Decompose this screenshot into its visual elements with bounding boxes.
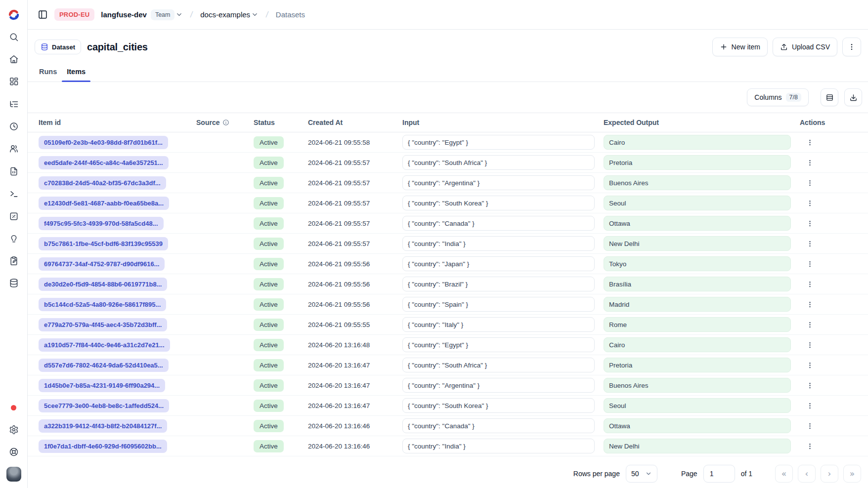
input-value[interactable]: { "country": "South Africa" } [402,358,595,372]
expected-output-value[interactable]: Seoul [604,398,791,413]
input-value[interactable]: { "country": "Brazil" } [402,277,595,291]
export-download-button[interactable] [844,88,862,106]
new-item-button[interactable]: New item [712,38,768,56]
item-id-link[interactable]: 5cee7779-3e00-4eb8-be8c-1affedd524... [39,399,169,412]
row-actions-button[interactable] [803,237,817,250]
row-actions-button[interactable] [803,399,817,412]
row-actions-button[interactable] [803,135,817,149]
langfuse-logo[interactable] [0,0,27,30]
item-id-link[interactable]: 69764737-34af-4752-9787-d90df9616... [39,257,165,271]
row-actions-button[interactable] [803,156,817,169]
columns-button[interactable]: Columns 7/8 [747,88,809,106]
row-actions-button[interactable] [803,439,817,453]
expected-output-value[interactable]: Cairo [604,337,791,352]
item-id-link[interactable]: 05109ef0-2e3b-4e03-98dd-8f7d01b61f... [39,136,168,149]
lightbulb-icon[interactable] [6,231,21,246]
row-height-button[interactable] [821,88,838,106]
expected-output-value[interactable]: Pretoria [604,155,791,170]
expected-output-value[interactable]: Brasília [604,277,791,291]
org-breadcrumb[interactable]: langfuse-dev Team [101,9,183,20]
expected-output-value[interactable]: Buenos Aires [604,378,791,393]
tab-runs[interactable]: Runs [34,68,62,81]
last-page-button[interactable]: » [843,465,861,483]
item-id-link[interactable]: a322b319-9412-4f43-b8f2-b20484127f... [39,419,167,433]
page-more-actions-button[interactable] [842,38,861,56]
input-value[interactable]: { "country": "Canada" } [402,418,595,433]
input-value[interactable]: { "country": "South Korea" } [402,196,595,210]
expected-output-value[interactable]: Pretoria [604,358,791,372]
row-actions-button[interactable] [803,378,817,392]
sidebar-toggle-icon[interactable] [38,9,48,20]
item-id-link[interactable]: de30d2e0-f5d9-4854-88b6-0619771b8... [39,278,167,291]
item-id-link[interactable]: c702838d-24d5-40a2-bf35-67dc3a3df... [39,176,166,190]
expected-output-value[interactable]: Cairo [604,135,791,150]
item-id-link[interactable]: a1910d57-7f84-440c-9e46-a31c2d7e21... [39,338,170,352]
item-id-link[interactable]: 1d45b0e7-b85a-4231-9149-6ff90a294... [39,379,165,392]
expected-output-value[interactable]: Rome [604,317,791,332]
input-value[interactable]: { "country": "Canada" } [402,216,595,231]
settings-gear-icon[interactable] [6,422,21,437]
expected-output-value[interactable]: Buenos Aires [604,175,791,190]
input-value[interactable]: { "country": "Egypt" } [402,337,595,352]
input-value[interactable]: { "country": "South Africa" } [402,155,595,170]
upload-csv-button[interactable]: Upload CSV [773,38,837,56]
tab-items[interactable]: Items [62,68,90,81]
expected-output-value[interactable]: Seoul [604,196,791,210]
next-page-button[interactable]: › [821,465,838,483]
tracing-icon[interactable] [6,97,21,112]
column-header-item-id[interactable]: Item id [35,119,192,126]
expected-output-value[interactable]: Ottawa [604,216,791,231]
users-icon[interactable] [6,141,21,156]
row-actions-button[interactable] [803,358,817,372]
previous-page-button[interactable]: ‹ [798,465,816,483]
row-actions-button[interactable] [803,297,817,311]
sessions-clock-icon[interactable] [6,119,21,134]
expected-output-value[interactable]: Madrid [604,297,791,312]
expected-output-value[interactable]: Ottawa [604,418,791,433]
input-value[interactable]: { "country": "Japan" } [402,256,595,271]
item-id-link[interactable]: eed5dafe-244f-465c-a84c-4a6e357251... [39,156,169,169]
input-value[interactable]: { "country": "Argentina" } [402,175,595,190]
expected-output-value[interactable]: Tokyo [604,256,791,271]
column-header-input[interactable]: Input [398,119,600,126]
row-actions-button[interactable] [803,419,817,433]
expected-output-value[interactable]: New Delhi [604,236,791,251]
item-id-link[interactable]: f4975c95-5fc3-4939-970d-58fa5cd48... [39,217,164,230]
user-avatar[interactable] [6,467,21,482]
row-actions-button[interactable] [803,196,817,210]
input-value[interactable]: { "country": "Argentina" } [402,378,595,393]
search-icon[interactable] [6,30,21,44]
column-header-created-at[interactable]: Created At [304,119,398,126]
annotation-clipboard-icon[interactable] [6,253,21,268]
rows-per-page-select[interactable]: 50 [626,465,657,483]
project-breadcrumb[interactable]: docs-examples [200,10,259,19]
item-id-link[interactable]: e779a270-579a-4f45-aec4-35b72d3bff... [39,318,167,331]
input-value[interactable]: { "country": "Spain" } [402,297,595,312]
dashboard-icon[interactable] [6,74,21,89]
chevron-down-icon[interactable] [175,11,183,18]
item-id-link[interactable]: b75c7861-1fbe-45cf-bdf6-83f139c95539 [39,237,168,250]
input-value[interactable]: { "country": "India" } [402,236,595,251]
support-lifebuoy-icon[interactable] [6,445,21,459]
prompts-file-icon[interactable] [6,164,21,179]
row-actions-button[interactable] [803,318,817,331]
column-header-expected-output[interactable]: Expected Output [600,119,796,126]
row-actions-button[interactable] [803,257,817,271]
item-id-link[interactable]: d557e7d6-7802-4624-9da6-52d410ea5... [39,359,169,372]
item-id-link[interactable]: e12430df-5e81-4687-aabb-f0ea65be8a... [39,197,169,210]
input-value[interactable]: { "country": "Italy" } [402,317,595,332]
first-page-button[interactable]: « [775,465,793,483]
column-header-status[interactable]: Status [250,119,304,126]
home-icon[interactable] [6,52,21,67]
chevron-down-icon[interactable] [251,11,259,18]
row-actions-button[interactable] [803,338,817,352]
page-number-input[interactable] [703,465,735,483]
item-id-link[interactable]: b5c144cd-52a5-4a80-926e-58617f895... [39,298,166,311]
input-value[interactable]: { "country": "Egypt" } [402,135,595,150]
input-value[interactable]: { "country": "India" } [402,439,595,453]
item-id-link[interactable]: 1f0e7da1-dbff-4e60-929d-f6095602bb... [39,440,167,453]
datasets-database-icon[interactable] [6,276,21,290]
row-actions-button[interactable] [803,216,817,230]
input-value[interactable]: { "country": "South Korea" } [402,398,595,413]
column-header-source[interactable]: Source [192,119,250,126]
